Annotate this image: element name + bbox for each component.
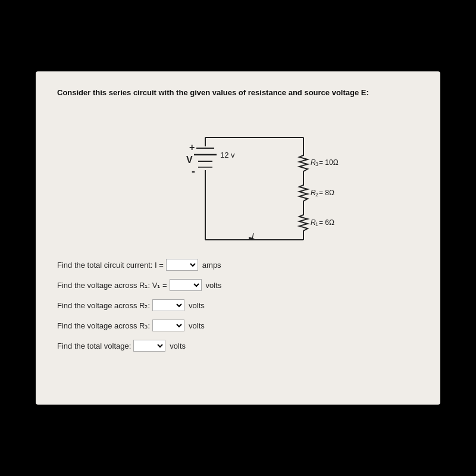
q5-label: Find the total voltage: — [57, 342, 131, 350]
svg-text:2: 2 — [315, 192, 318, 198]
svg-text:= 8Ω: = 8Ω — [319, 189, 334, 197]
q4-unit: volts — [189, 321, 205, 330]
question-5: Find the total voltage: 6 12 24 volts — [57, 340, 419, 352]
q3-dropdown[interactable]: 2 4 6 8 — [152, 299, 184, 311]
q2-dropdown[interactable]: 3 4 6 8 — [170, 279, 202, 291]
q5-unit: volts — [170, 342, 186, 350]
q3-label: Find the voltage across R₂: — [57, 301, 150, 310]
svg-text:-: - — [192, 165, 195, 177]
q4-dropdown[interactable]: 4 5 10 12 — [152, 320, 184, 331]
svg-text:= 6Ω: = 6Ω — [319, 218, 334, 227]
paper-content: Consider this series circuit with the gi… — [36, 71, 440, 405]
svg-text:+: + — [189, 142, 195, 152]
q4-label: Find the voltage across R₃: — [57, 321, 150, 330]
svg-text:3: 3 — [315, 161, 318, 167]
q3-unit: volts — [189, 301, 205, 310]
questions-section: Find the total circuit current: I = 0.5 … — [57, 259, 419, 352]
q1-dropdown[interactable]: 0.5 1 1.5 2 — [166, 259, 198, 271]
svg-text:V: V — [186, 155, 193, 165]
intro-text: Consider this series circuit with the gi… — [57, 88, 419, 97]
svg-text:= 10Ω: = 10Ω — [319, 158, 339, 167]
q2-label: Find the voltage across R₁: V₁ = — [57, 281, 167, 290]
q1-label: Find the total circuit current: I = — [57, 261, 164, 270]
q2-unit: volts — [206, 281, 222, 290]
question-3: Find the voltage across R₂: 2 4 6 8 volt… — [57, 299, 419, 311]
question-2: Find the voltage across R₁: V₁ = 3 4 6 8… — [57, 279, 419, 291]
svg-text:1: 1 — [315, 221, 318, 227]
circuit-diagram: + V 12 v - R 3 = 10Ω R 2 — [57, 108, 419, 245]
q1-unit: amps — [202, 261, 221, 270]
question-4: Find the voltage across R₃: 4 5 10 12 vo… — [57, 320, 419, 331]
q5-dropdown[interactable]: 6 12 24 — [133, 340, 165, 352]
question-1: Find the total circuit current: I = 0.5 … — [57, 259, 419, 271]
svg-text:12 v: 12 v — [220, 151, 235, 159]
